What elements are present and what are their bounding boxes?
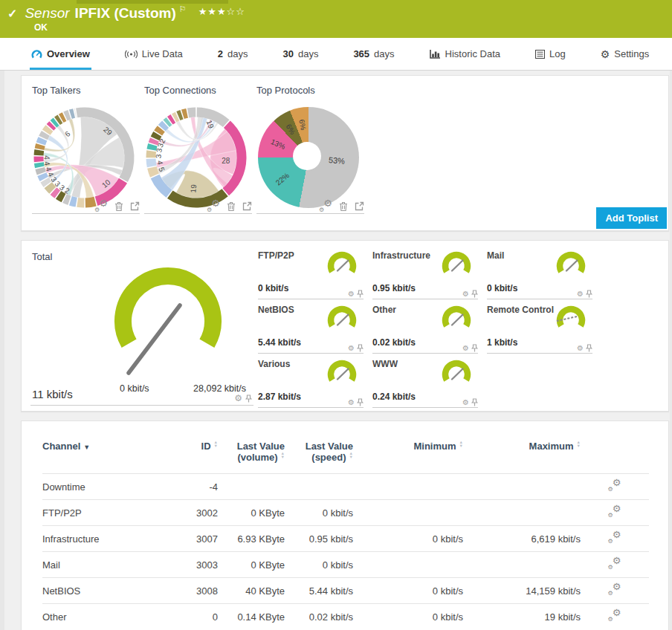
top-talkers-chord[interactable]: 2910623334444 bbox=[32, 105, 136, 210]
mini-gauge-infrastructure: Infrastructure0.95 kbit/s⚙ bbox=[372, 245, 478, 299]
toplist-settings-icon: ⚙⚙ bbox=[609, 610, 621, 621]
total-gauge-value: 11 kbit/s bbox=[32, 388, 73, 400]
live-data-icon bbox=[125, 50, 138, 59]
toplist-settings-icon: ⚙⚙ bbox=[609, 480, 621, 491]
gauge-settings-icon[interactable]: ⚙ bbox=[348, 290, 355, 298]
tab-label: days bbox=[374, 48, 394, 59]
pin-icon bbox=[357, 290, 364, 298]
cell-max bbox=[463, 552, 581, 578]
tab-number: 30 bbox=[282, 48, 293, 59]
tab-label: Live Data bbox=[142, 48, 183, 59]
gauge-pin-icon[interactable] bbox=[357, 398, 364, 406]
top-talkers-chart: 2910623334444 bbox=[32, 105, 136, 210]
column-header-id[interactable]: ID▲▼ bbox=[175, 439, 218, 474]
sort-desc-icon: ▼ bbox=[83, 444, 90, 451]
toplist-settings-icon: ⚙⚙ bbox=[95, 201, 108, 212]
channel-settings-button[interactable]: ⚙⚙ bbox=[581, 552, 649, 578]
channel-settings-button[interactable]: ⚙⚙ bbox=[581, 500, 649, 526]
gauge-settings-icon[interactable]: ⚙ bbox=[577, 290, 584, 298]
flag-icon[interactable]: ⚐ bbox=[179, 4, 187, 14]
donut-hole bbox=[293, 142, 321, 170]
tab-number: 365 bbox=[353, 48, 369, 59]
toplist-divider bbox=[32, 213, 140, 214]
gauge-pin-icon[interactable] bbox=[357, 290, 364, 298]
tab-overview[interactable]: Overview bbox=[30, 38, 91, 70]
channel-table: Channel▼ID▲▼Last Value (volume)▲▼Last Va… bbox=[42, 439, 649, 629]
mini-gauge-ftp-p2p: FTP/P2P0 kbit/s⚙ bbox=[258, 245, 364, 299]
cell-max: 14,159 kbit/s bbox=[463, 578, 581, 604]
toplist-settings-icon: ⚙⚙ bbox=[609, 558, 621, 569]
tab-label: Settings bbox=[614, 48, 649, 59]
channel-settings-button[interactable]: ⚙⚙ bbox=[581, 578, 649, 604]
gauge-pin-icon[interactable] bbox=[471, 290, 478, 298]
sensor-kind-label: Sensor bbox=[25, 5, 69, 22]
column-header-last-value-speed-[interactable]: Last Value (speed)▲▼ bbox=[285, 439, 353, 474]
mini-gauge-value: 0.02 kbit/s bbox=[372, 337, 416, 348]
pin-icon bbox=[357, 398, 364, 406]
gauge-pin-icon[interactable] bbox=[245, 394, 252, 403]
status-check-icon: ✓ bbox=[7, 7, 17, 21]
column-header-actions[interactable] bbox=[581, 439, 649, 474]
gauge-settings-icon[interactable]: ⚙ bbox=[462, 399, 469, 406]
column-header-minimum[interactable]: Minimum▲▼ bbox=[353, 439, 463, 474]
sort-icon: ▲▼ bbox=[349, 452, 353, 459]
table-row: Downtime-4⚙⚙ bbox=[42, 474, 649, 500]
cell-volume: 0 KByte bbox=[218, 552, 285, 578]
table-row: Other00.14 KByte0.02 kbit/s0 kbit/s19 kb… bbox=[42, 604, 649, 630]
gauge-settings-icon[interactable]: ⚙ bbox=[234, 394, 242, 403]
gauges-card: Total 0 kbit/s 28,092 kbit/s 11 kbit/s ⚙… bbox=[21, 240, 669, 412]
column-header-maximum[interactable]: Maximum▲▼ bbox=[463, 439, 581, 474]
tab-historic-data[interactable]: Historic Data bbox=[428, 38, 502, 70]
tab-365-days[interactable]: 365days bbox=[352, 38, 395, 70]
gauge-pin-icon[interactable] bbox=[357, 344, 364, 352]
tab-settings[interactable]: ⚙Settings bbox=[599, 38, 651, 70]
status-badge: OK bbox=[34, 22, 48, 33]
tab-log[interactable]: Log bbox=[534, 38, 567, 70]
gauge-settings-icon[interactable]: ⚙ bbox=[348, 399, 355, 406]
gauge-pin-icon[interactable] bbox=[471, 398, 478, 406]
cell-min: 0 kbit/s bbox=[353, 526, 463, 552]
column-header-channel[interactable]: Channel▼ bbox=[42, 439, 175, 474]
mini-gauge bbox=[323, 305, 361, 338]
delete-icon bbox=[114, 201, 123, 212]
gauge-pin-icon[interactable] bbox=[471, 344, 478, 352]
table-row: Mail30030 KByte0 kbit/s⚙⚙ bbox=[42, 552, 649, 578]
gauge-settings-icon[interactable]: ⚙ bbox=[462, 290, 469, 298]
tab-2-days[interactable]: 2days bbox=[216, 38, 250, 70]
gauge-pin-icon[interactable] bbox=[586, 344, 592, 352]
pin-icon bbox=[471, 344, 478, 352]
channel-settings-button[interactable]: ⚙⚙ bbox=[581, 604, 649, 630]
tab-label: Log bbox=[549, 48, 566, 59]
sort-icon: ▲▼ bbox=[459, 441, 463, 448]
gauge-settings-icon[interactable]: ⚙ bbox=[462, 345, 469, 352]
total-gauge-label: Total bbox=[32, 251, 52, 262]
svg-text:19: 19 bbox=[189, 184, 198, 192]
table-row: FTP/P2P30020 KByte0 kbit/s⚙⚙ bbox=[42, 500, 649, 526]
gauge-pin-icon[interactable] bbox=[586, 290, 592, 298]
column-header-last-value-volume-[interactable]: Last Value (volume)▲▼ bbox=[218, 439, 285, 474]
tab-bar: OverviewLive Data2days30days365daysHisto… bbox=[0, 38, 672, 71]
toplist-divider bbox=[256, 213, 364, 214]
top-connections-chord[interactable]: 192819543332 bbox=[144, 105, 248, 210]
add-toplist-button[interactable]: Add Toplist bbox=[596, 207, 667, 229]
priority-stars[interactable]: ★★★☆☆ bbox=[198, 6, 245, 17]
tab-30-days[interactable]: 30days bbox=[281, 38, 320, 70]
channel-settings-button[interactable]: ⚙⚙ bbox=[581, 526, 649, 552]
cell-id: 3007 bbox=[175, 526, 218, 552]
gauge-settings-icon[interactable]: ⚙ bbox=[348, 345, 355, 352]
svg-text:3: 3 bbox=[155, 154, 163, 158]
cell-speed bbox=[285, 474, 353, 500]
pin-icon bbox=[245, 394, 252, 403]
tab-live-data[interactable]: Live Data bbox=[123, 38, 184, 70]
mini-gauge-label: NetBIOS bbox=[258, 305, 294, 315]
cell-volume: 40 KByte bbox=[218, 578, 285, 604]
external-link-icon bbox=[355, 201, 364, 211]
mini-gauge-label: Infrastructure bbox=[372, 250, 430, 261]
pin-icon bbox=[357, 344, 364, 352]
gauge-settings-icon[interactable]: ⚙ bbox=[577, 345, 584, 352]
channel-settings-button[interactable]: ⚙⚙ bbox=[581, 474, 649, 500]
toplist-divider bbox=[144, 213, 252, 214]
toplist-settings-icon: ⚙⚙ bbox=[609, 584, 621, 595]
mini-gauge-label: Remote Control bbox=[487, 305, 554, 315]
cell-id: -4 bbox=[175, 474, 218, 500]
